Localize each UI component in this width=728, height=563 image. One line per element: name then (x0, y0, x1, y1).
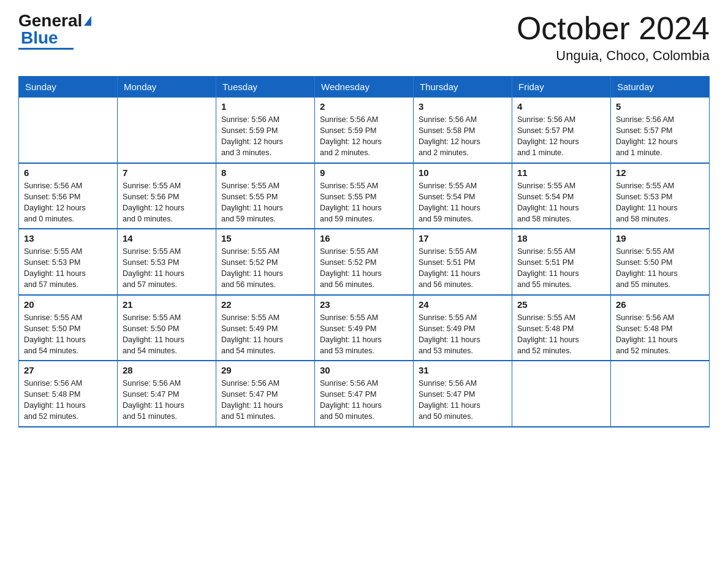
page-header: General Blue October 2024 Unguia, Choco,… (18, 12, 710, 64)
calendar-cell: 24Sunrise: 5:55 AM Sunset: 5:49 PM Dayli… (414, 295, 512, 361)
day-number: 22 (221, 299, 309, 310)
day-number: 1 (221, 101, 309, 112)
calendar-cell: 25Sunrise: 5:55 AM Sunset: 5:48 PM Dayli… (512, 295, 611, 361)
month-title: October 2024 (517, 12, 710, 44)
day-info: Sunrise: 5:55 AM Sunset: 5:51 PM Dayligh… (419, 246, 507, 291)
calendar-cell: 21Sunrise: 5:55 AM Sunset: 5:50 PM Dayli… (118, 295, 216, 361)
day-info: Sunrise: 5:55 AM Sunset: 5:53 PM Dayligh… (24, 246, 112, 291)
day-number: 12 (616, 167, 704, 178)
day-info: Sunrise: 5:55 AM Sunset: 5:55 PM Dayligh… (221, 180, 309, 225)
day-number: 13 (24, 233, 112, 243)
day-info: Sunrise: 5:56 AM Sunset: 5:47 PM Dayligh… (320, 378, 408, 423)
calendar-cell: 19Sunrise: 5:55 AM Sunset: 5:50 PM Dayli… (611, 229, 710, 295)
day-info: Sunrise: 5:55 AM Sunset: 5:50 PM Dayligh… (24, 312, 112, 357)
day-info: Sunrise: 5:55 AM Sunset: 5:54 PM Dayligh… (419, 180, 507, 225)
calendar-week-2: 6Sunrise: 5:56 AM Sunset: 5:56 PM Daylig… (19, 163, 710, 229)
day-info: Sunrise: 5:56 AM Sunset: 5:48 PM Dayligh… (24, 378, 112, 423)
location-subtitle: Unguia, Choco, Colombia (517, 48, 710, 64)
day-number: 4 (517, 101, 605, 112)
day-number: 5 (616, 101, 704, 112)
day-info: Sunrise: 5:55 AM Sunset: 5:54 PM Dayligh… (517, 180, 605, 225)
calendar-cell: 12Sunrise: 5:55 AM Sunset: 5:53 PM Dayli… (611, 163, 710, 229)
day-info: Sunrise: 5:56 AM Sunset: 5:47 PM Dayligh… (123, 378, 211, 423)
calendar-cell: 2Sunrise: 5:56 AM Sunset: 5:59 PM Daylig… (315, 98, 414, 163)
day-number: 11 (517, 167, 605, 178)
day-header-sunday: Sunday (19, 77, 118, 98)
calendar-cell (611, 361, 710, 427)
calendar-cell (512, 361, 611, 427)
calendar-cell: 29Sunrise: 5:56 AM Sunset: 5:47 PM Dayli… (216, 361, 315, 427)
calendar-cell: 6Sunrise: 5:56 AM Sunset: 5:56 PM Daylig… (19, 163, 118, 229)
day-info: Sunrise: 5:55 AM Sunset: 5:52 PM Dayligh… (320, 246, 408, 291)
day-info: Sunrise: 5:55 AM Sunset: 5:56 PM Dayligh… (123, 180, 211, 225)
calendar-cell: 27Sunrise: 5:56 AM Sunset: 5:48 PM Dayli… (19, 361, 118, 427)
day-number: 20 (24, 299, 112, 310)
day-header-tuesday: Tuesday (216, 77, 315, 98)
calendar-cell: 11Sunrise: 5:55 AM Sunset: 5:54 PM Dayli… (512, 163, 611, 229)
day-info: Sunrise: 5:55 AM Sunset: 5:49 PM Dayligh… (419, 312, 507, 357)
calendar-cell: 9Sunrise: 5:55 AM Sunset: 5:55 PM Daylig… (315, 163, 414, 229)
calendar-table: SundayMondayTuesdayWednesdayThursdayFrid… (18, 76, 710, 427)
calendar-week-5: 27Sunrise: 5:56 AM Sunset: 5:48 PM Dayli… (19, 361, 710, 427)
day-number: 24 (419, 299, 507, 310)
day-info: Sunrise: 5:56 AM Sunset: 5:48 PM Dayligh… (616, 312, 704, 357)
day-number: 26 (616, 299, 704, 310)
day-number: 27 (24, 365, 112, 375)
day-number: 16 (320, 233, 408, 243)
calendar-cell (19, 98, 118, 163)
calendar-cell: 28Sunrise: 5:56 AM Sunset: 5:47 PM Dayli… (118, 361, 216, 427)
day-info: Sunrise: 5:56 AM Sunset: 5:56 PM Dayligh… (24, 180, 112, 225)
day-number: 9 (320, 167, 408, 178)
calendar-week-3: 13Sunrise: 5:55 AM Sunset: 5:53 PM Dayli… (19, 229, 710, 295)
day-number: 15 (221, 233, 309, 243)
day-number: 14 (123, 233, 211, 243)
title-block: October 2024 Unguia, Choco, Colombia (517, 12, 710, 64)
day-info: Sunrise: 5:55 AM Sunset: 5:55 PM Dayligh… (320, 180, 408, 225)
calendar-cell: 18Sunrise: 5:55 AM Sunset: 5:51 PM Dayli… (512, 229, 611, 295)
day-number: 29 (221, 365, 309, 375)
calendar-cell: 16Sunrise: 5:55 AM Sunset: 5:52 PM Dayli… (315, 229, 414, 295)
calendar-week-4: 20Sunrise: 5:55 AM Sunset: 5:50 PM Dayli… (19, 295, 710, 361)
day-number: 25 (517, 299, 605, 310)
day-number: 31 (419, 365, 507, 375)
logo-underline (18, 48, 74, 50)
day-info: Sunrise: 5:55 AM Sunset: 5:50 PM Dayligh… (123, 312, 211, 357)
calendar-cell: 15Sunrise: 5:55 AM Sunset: 5:52 PM Dayli… (216, 229, 315, 295)
day-number: 3 (419, 101, 507, 112)
day-info: Sunrise: 5:56 AM Sunset: 5:47 PM Dayligh… (221, 378, 309, 423)
day-number: 18 (517, 233, 605, 243)
day-header-monday: Monday (118, 77, 216, 98)
calendar-cell (118, 98, 216, 163)
calendar-cell: 13Sunrise: 5:55 AM Sunset: 5:53 PM Dayli… (19, 229, 118, 295)
day-header-saturday: Saturday (611, 77, 710, 98)
calendar-week-1: 1Sunrise: 5:56 AM Sunset: 5:59 PM Daylig… (19, 98, 710, 163)
day-info: Sunrise: 5:56 AM Sunset: 5:59 PM Dayligh… (221, 114, 309, 159)
calendar-cell: 7Sunrise: 5:55 AM Sunset: 5:56 PM Daylig… (118, 163, 216, 229)
day-number: 6 (24, 167, 112, 178)
logo: General Blue (18, 12, 91, 50)
day-number: 19 (616, 233, 704, 243)
day-info: Sunrise: 5:55 AM Sunset: 5:49 PM Dayligh… (221, 312, 309, 357)
day-info: Sunrise: 5:55 AM Sunset: 5:52 PM Dayligh… (221, 246, 309, 291)
calendar-cell: 22Sunrise: 5:55 AM Sunset: 5:49 PM Dayli… (216, 295, 315, 361)
day-info: Sunrise: 5:55 AM Sunset: 5:53 PM Dayligh… (123, 246, 211, 291)
day-info: Sunrise: 5:56 AM Sunset: 5:57 PM Dayligh… (616, 114, 704, 159)
calendar-cell: 14Sunrise: 5:55 AM Sunset: 5:53 PM Dayli… (118, 229, 216, 295)
day-header-thursday: Thursday (414, 77, 512, 98)
calendar-cell: 26Sunrise: 5:56 AM Sunset: 5:48 PM Dayli… (611, 295, 710, 361)
day-info: Sunrise: 5:55 AM Sunset: 5:48 PM Dayligh… (517, 312, 605, 357)
calendar-cell: 3Sunrise: 5:56 AM Sunset: 5:58 PM Daylig… (414, 98, 512, 163)
calendar-cell: 20Sunrise: 5:55 AM Sunset: 5:50 PM Dayli… (19, 295, 118, 361)
calendar-header-row: SundayMondayTuesdayWednesdayThursdayFrid… (19, 77, 710, 98)
calendar-cell: 5Sunrise: 5:56 AM Sunset: 5:57 PM Daylig… (611, 98, 710, 163)
day-info: Sunrise: 5:56 AM Sunset: 5:47 PM Dayligh… (419, 378, 507, 423)
calendar-cell: 17Sunrise: 5:55 AM Sunset: 5:51 PM Dayli… (414, 229, 512, 295)
calendar-cell: 8Sunrise: 5:55 AM Sunset: 5:55 PM Daylig… (216, 163, 315, 229)
calendar-cell: 4Sunrise: 5:56 AM Sunset: 5:57 PM Daylig… (512, 98, 611, 163)
calendar-cell: 23Sunrise: 5:55 AM Sunset: 5:49 PM Dayli… (315, 295, 414, 361)
day-number: 30 (320, 365, 408, 375)
calendar-cell: 31Sunrise: 5:56 AM Sunset: 5:47 PM Dayli… (414, 361, 512, 427)
logo-triangle-icon (84, 16, 91, 26)
day-info: Sunrise: 5:56 AM Sunset: 5:58 PM Dayligh… (419, 114, 507, 159)
day-info: Sunrise: 5:56 AM Sunset: 5:57 PM Dayligh… (517, 114, 605, 159)
